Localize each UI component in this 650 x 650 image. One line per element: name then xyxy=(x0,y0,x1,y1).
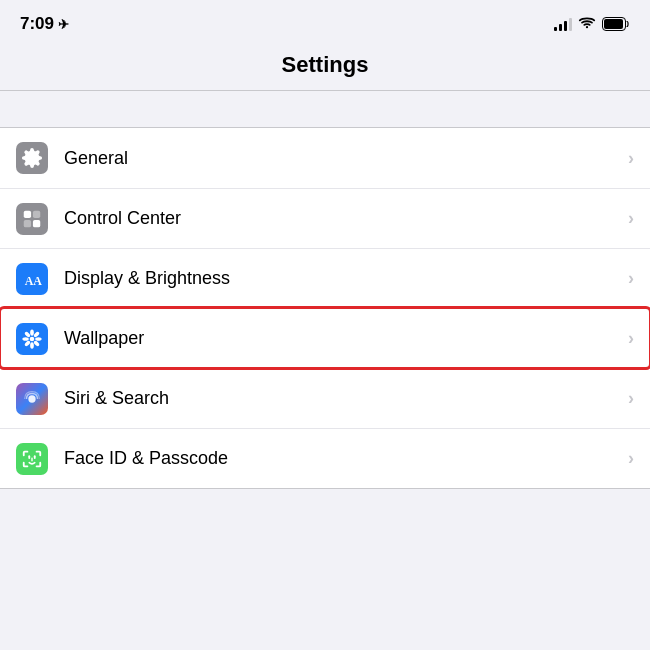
svg-point-7 xyxy=(30,336,35,341)
signal-icon xyxy=(554,17,572,31)
status-icons xyxy=(554,17,630,31)
svg-rect-4 xyxy=(24,219,31,226)
svg-point-11 xyxy=(33,339,40,346)
settings-item-general[interactable]: General › xyxy=(0,128,650,188)
settings-item-faceid[interactable]: Face ID & Passcode › xyxy=(0,428,650,488)
faceid-icon xyxy=(21,448,43,470)
display-label: Display & Brightness xyxy=(64,268,620,289)
status-bar: 7:09 ✈︎ xyxy=(0,0,650,44)
display-icon-bg: AA xyxy=(16,263,48,295)
svg-point-10 xyxy=(35,337,41,341)
battery-icon xyxy=(602,17,630,31)
settings-item-siri[interactable]: Siri & Search › xyxy=(0,368,650,428)
settings-item-control-center[interactable]: Control Center › xyxy=(0,188,650,248)
svg-point-16 xyxy=(28,395,35,402)
gear-icon xyxy=(21,147,43,169)
page-title: Settings xyxy=(282,52,369,77)
display-icon: AA xyxy=(21,268,43,290)
svg-point-15 xyxy=(24,330,31,337)
wifi-icon xyxy=(578,17,596,31)
settings-item-display[interactable]: AA Display & Brightness › xyxy=(0,248,650,308)
siri-label: Siri & Search xyxy=(64,388,620,409)
siri-icon-bg xyxy=(16,383,48,415)
svg-rect-2 xyxy=(24,210,31,217)
wallpaper-icon xyxy=(21,328,43,350)
faceid-chevron: › xyxy=(628,448,634,469)
settings-list: General › Control Center › AA Display & … xyxy=(0,127,650,489)
page-header: Settings xyxy=(0,44,650,91)
faceid-label: Face ID & Passcode xyxy=(64,448,620,469)
svg-rect-5 xyxy=(33,219,40,226)
svg-point-9 xyxy=(33,330,40,337)
faceid-icon-bg xyxy=(16,443,48,475)
control-center-icon xyxy=(21,208,43,230)
control-center-chevron: › xyxy=(628,208,634,229)
general-icon-bg xyxy=(16,142,48,174)
wallpaper-chevron: › xyxy=(628,328,634,349)
settings-item-wallpaper[interactable]: Wallpaper › xyxy=(0,308,650,368)
general-label: General xyxy=(64,148,620,169)
svg-text:AA: AA xyxy=(25,273,43,287)
status-time: 7:09 ✈︎ xyxy=(20,14,69,34)
svg-point-8 xyxy=(30,329,34,335)
svg-rect-1 xyxy=(604,19,623,29)
siri-chevron: › xyxy=(628,388,634,409)
svg-point-12 xyxy=(30,342,34,348)
control-center-icon-bg xyxy=(16,203,48,235)
svg-point-14 xyxy=(22,337,28,341)
general-chevron: › xyxy=(628,148,634,169)
wallpaper-icon-bg xyxy=(16,323,48,355)
section-spacer xyxy=(0,91,650,127)
siri-icon xyxy=(21,388,43,410)
svg-point-13 xyxy=(24,339,31,346)
control-center-label: Control Center xyxy=(64,208,620,229)
display-chevron: › xyxy=(628,268,634,289)
location-icon: ✈︎ xyxy=(58,17,69,32)
wallpaper-label: Wallpaper xyxy=(64,328,620,349)
svg-rect-3 xyxy=(33,210,40,217)
time-display: 7:09 xyxy=(20,14,54,34)
